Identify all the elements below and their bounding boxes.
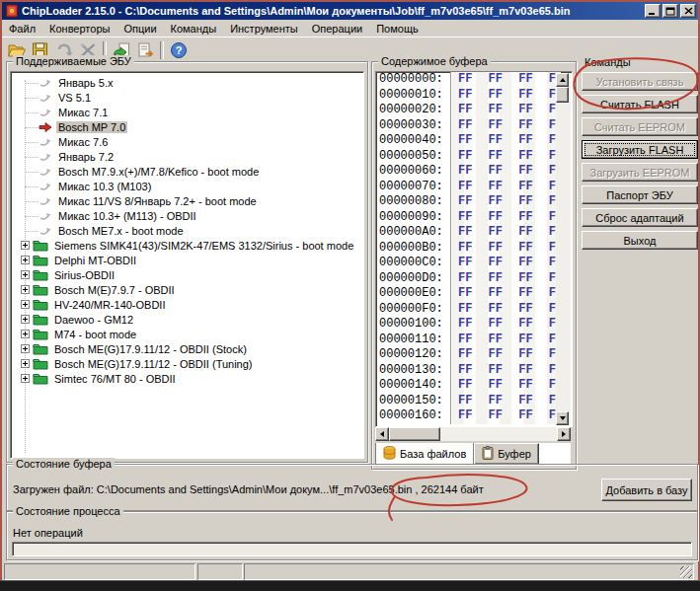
command-button-4[interactable]: Загрузить FLASH (582, 140, 698, 159)
menu-item-4[interactable]: Команды (164, 22, 224, 36)
scroll-down-button[interactable] (556, 411, 569, 425)
tree-item[interactable]: Микас 7.1 (15, 105, 363, 119)
expand-plus-icon[interactable] (21, 300, 30, 309)
scroll-right-button[interactable] (557, 427, 571, 441)
hex-row: 00000090:FF FF FF FF FF (376, 210, 572, 226)
tree-item[interactable]: Daewoo - GM12 (15, 312, 363, 327)
supported-ecu-panel: Поддерживаемые ЭБУ Январь 5.xVS 5.1Микас… (6, 61, 368, 463)
hex-address: 00000020: (376, 103, 450, 118)
tab-file-database[interactable]: База файлов (375, 443, 474, 466)
hex-bytes: FF FF FF FF FF (452, 133, 561, 149)
tree-item[interactable]: Simtec 76/MT 80 - OBDII (15, 371, 363, 386)
hex-bytes: FF FF FF FF FF (452, 194, 561, 210)
hex-bytes: FF FF FF FF FF (452, 256, 561, 271)
buffer-tabs: База файловБуфер (375, 443, 571, 466)
expand-plus-icon[interactable] (21, 359, 30, 368)
tree-item[interactable]: Delphi MT-OBDII (15, 253, 363, 267)
command-button-2[interactable]: Считать FLASH (582, 95, 698, 113)
hex-row: 00000150:FF FF FF FF FF (376, 394, 572, 409)
tree-item[interactable]: Bosch ME(G)17.9.11/12 - OBDII (Tuning) (15, 356, 363, 371)
menu-bar: ФайлКонверторыОпцииКомандыИнструментыОпе… (2, 20, 698, 37)
ecu-leaf-icon (39, 210, 52, 222)
hex-address: 00000030: (376, 118, 450, 134)
tree-item-label: Sirius-OBDII (52, 269, 117, 281)
add-to-database-button[interactable]: Добавить в базу (601, 479, 692, 501)
expand-plus-icon[interactable] (21, 344, 30, 353)
tree-item[interactable]: HV-240/MR-140-OBDII (15, 297, 363, 312)
expand-plus-icon[interactable] (21, 330, 30, 338)
tree-item[interactable]: Siemens SIMK41(43)/SIM2K-47/EMS 3132/Sir… (15, 238, 363, 253)
tree-item-label: Simtec 76/MT 80 - OBDII (52, 373, 178, 385)
command-button-8[interactable]: Выход (582, 231, 698, 250)
tree-item[interactable]: Январь 7.2 (15, 149, 363, 164)
tree-item[interactable]: Январь 5.x (15, 75, 363, 90)
hex-bytes: FF FF FF FF FF (452, 180, 561, 195)
horizontal-scroll-thumb[interactable] (389, 427, 440, 441)
tree-item[interactable]: Bosch ME7.x - boot mode (15, 223, 363, 238)
tree-item[interactable]: Микас 10.3 (M103) (15, 179, 363, 193)
hex-bytes: FF FF FF FF FF (452, 241, 561, 257)
hex-row: 000000A0:FF FF FF FF FF (376, 225, 572, 241)
tree-connector-line (25, 200, 39, 202)
scroll-up-button[interactable] (556, 73, 569, 87)
command-button-6[interactable]: Паспорт ЭБУ (582, 185, 698, 204)
tree-item[interactable]: VS 5.1 (15, 90, 363, 105)
hex-row: 00000050:FF FF FF FF FF (376, 149, 572, 165)
hex-address: 000000A0: (376, 225, 450, 241)
menu-item-3[interactable]: Опции (117, 22, 163, 36)
command-button-7[interactable]: Сброс адаптаций (582, 208, 698, 227)
command-button-3: Считать EEPROM (582, 117, 698, 136)
ecu-tree[interactable]: Январь 5.xVS 5.1Микас 7.1Bosch MP 7.0Мик… (10, 71, 364, 459)
hex-address: 00000060: (376, 164, 450, 180)
tree-item[interactable]: Микас 11/VS 8/Январь 7.2+ - boot mode (15, 193, 363, 208)
tree-item-label: Bosch ME(G)17.9.11/12 - OBDII (Tuning) (52, 358, 255, 370)
tree-item[interactable]: Микас 7.6 (15, 134, 363, 149)
loaded-file-text: Загружен файл: C:\Documents and Settings… (13, 483, 412, 495)
tree-item[interactable]: Bosch MP 7.0 (15, 119, 363, 134)
tree-item[interactable]: Sirius-OBDII (15, 267, 363, 282)
maximize-button[interactable] (662, 4, 678, 18)
hex-address: 00000000: (376, 72, 450, 88)
expand-plus-icon[interactable] (21, 256, 30, 264)
tree-item[interactable]: M74 - boot mode (15, 327, 363, 341)
export-file-icon[interactable] (133, 39, 157, 61)
process-status-panel: Состояние процесса Нет операций (6, 511, 698, 560)
expand-plus-icon[interactable] (21, 315, 30, 324)
close-button[interactable] (680, 4, 696, 18)
expand-plus-icon[interactable] (21, 270, 30, 279)
tree-item-label: Микас 7.6 (56, 136, 110, 148)
expand-plus-icon[interactable] (21, 241, 30, 250)
minimize-button[interactable] (645, 4, 661, 18)
menu-item-6[interactable]: Операции (305, 22, 369, 36)
hex-rows: 00000000:FF FF FF FF FF00000010:FF FF FF… (376, 72, 572, 424)
tree-item[interactable]: Микас 10.3+ (M113) - OBDII (15, 208, 363, 223)
command-button-5: Загрузить EEPROM (582, 163, 698, 182)
tree-item[interactable]: Bosch M7.9.x(+)/M7.8/Kefico - boot mode (15, 164, 363, 179)
hex-row: 00000030:FF FF FF FF FF (376, 118, 572, 134)
tree-item-label: Микас 7.1 (56, 107, 110, 118)
tree-item-label: Siemens SIMK41(43)/SIM2K-47/EMS 3132/Sir… (52, 240, 355, 252)
vertical-scrollbar[interactable] (556, 73, 571, 425)
menu-item-5[interactable]: Инструменты (223, 22, 305, 36)
tree-item-label: Январь 5.x (56, 77, 115, 89)
hex-address: 00000090: (376, 210, 450, 226)
tree-connector-line (25, 141, 39, 143)
status-panel-3 (244, 563, 694, 580)
bottom-dark-band (0, 580, 700, 591)
tree-item[interactable]: Bosch M(E)7.9.7 - OBDII (15, 282, 363, 297)
tree-item[interactable]: Bosch ME(G)17.9.11/12 - OBDII (Stock) (15, 341, 363, 356)
tree-connector-line (25, 82, 39, 84)
help-icon[interactable]: ? (167, 39, 191, 61)
menu-item-2[interactable]: Конверторы (42, 22, 117, 36)
scroll-left-button[interactable] (375, 427, 389, 441)
hex-viewer[interactable]: 00000000:FF FF FF FF FF00000010:FF FF FF… (375, 71, 573, 427)
menu-item-1[interactable]: Файл (2, 22, 42, 36)
expand-plus-icon[interactable] (21, 285, 30, 294)
horizontal-scrollbar[interactable] (375, 427, 571, 441)
resize-grip[interactable] (680, 566, 692, 578)
tab-buffer[interactable]: Буфер (474, 443, 539, 465)
expand-plus-icon[interactable] (21, 374, 30, 383)
hex-bytes: FF FF FF FF FF (452, 210, 561, 226)
vertical-scroll-thumb[interactable] (556, 87, 569, 103)
menu-item-7[interactable]: Помощь (369, 22, 426, 36)
